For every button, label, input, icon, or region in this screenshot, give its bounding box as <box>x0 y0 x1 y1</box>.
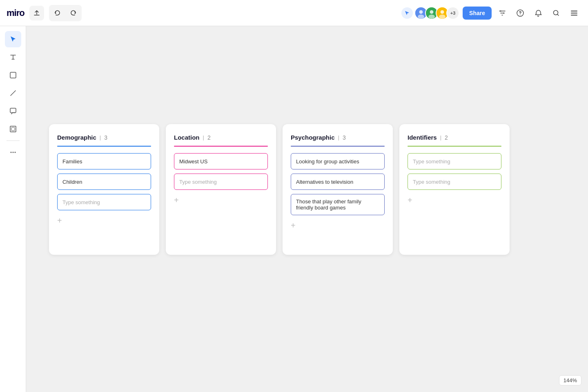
search-button[interactable] <box>549 6 564 20</box>
card-demographic-count: 3 <box>104 134 107 141</box>
cursor-indicator <box>401 7 413 19</box>
tool-sticky[interactable] <box>5 67 21 83</box>
card-item[interactable]: Children <box>57 174 151 190</box>
card-psychographic: Psychographic | 3 Looking for group acti… <box>283 124 393 255</box>
card-location-add[interactable]: + <box>174 194 179 207</box>
card-identifiers-add[interactable]: + <box>408 194 412 207</box>
card-psychographic-separator: | <box>338 134 339 140</box>
svg-point-12 <box>520 14 521 15</box>
card-psychographic-header: Psychographic | 3 <box>291 134 385 141</box>
card-psychographic-divider <box>291 146 385 147</box>
card-item-placeholder[interactable]: Type something <box>174 174 268 190</box>
undo-button[interactable] <box>50 6 65 20</box>
svg-rect-20 <box>11 127 15 131</box>
svg-point-7 <box>441 10 444 14</box>
svg-rect-19 <box>10 126 16 132</box>
topbar-left: miro <box>7 5 82 21</box>
svg-rect-15 <box>571 13 577 13</box>
tool-line[interactable] <box>5 85 21 101</box>
card-location-separator: | <box>203 134 204 140</box>
card-identifiers-separator: | <box>440 134 441 140</box>
card-demographic-divider <box>57 146 151 147</box>
card-item-placeholder[interactable]: Type something <box>408 153 501 169</box>
card-location-count: 2 <box>207 134 211 141</box>
notification-button[interactable] <box>531 6 546 20</box>
card-location-header: Location | 2 <box>174 134 268 141</box>
card-demographic-header: Demographic | 3 <box>57 134 151 141</box>
svg-rect-18 <box>10 108 16 113</box>
tool-more[interactable] <box>5 144 21 160</box>
miro-logo: miro <box>7 8 24 18</box>
card-identifiers-header: Identifiers | 2 <box>408 134 501 141</box>
card-demographic: Demographic | 3 Families Children Type s… <box>49 124 159 255</box>
card-identifiers-count: 2 <box>445 134 448 141</box>
topbar: miro <box>0 0 588 26</box>
card-identifiers-title: Identifiers <box>408 134 437 141</box>
card-location: Location | 2 Midwest US Type something + <box>166 124 276 255</box>
card-item[interactable]: Those that play other family friendly bo… <box>291 194 385 215</box>
canvas[interactable]: Demographic | 3 Families Children Type s… <box>26 26 588 392</box>
undo-redo-group <box>49 5 82 21</box>
svg-point-21 <box>10 152 11 153</box>
card-demographic-separator: | <box>100 134 101 140</box>
card-item[interactable]: Alternatives to television <box>291 174 385 190</box>
topbar-right: +3 Share <box>401 6 581 20</box>
card-location-divider <box>174 146 268 147</box>
card-item[interactable]: Midwest US <box>174 153 268 169</box>
sidebar-separator <box>7 140 20 141</box>
svg-point-1 <box>419 10 423 14</box>
avatar-group: +3 <box>401 7 459 20</box>
card-item[interactable]: Looking for group activities <box>291 153 385 169</box>
card-item-placeholder[interactable]: Type something <box>408 174 501 190</box>
svg-point-23 <box>14 152 16 153</box>
tool-frame[interactable] <box>5 121 21 137</box>
filter-button[interactable] <box>495 6 510 20</box>
card-psychographic-count: 3 <box>343 134 346 141</box>
card-psychographic-add[interactable]: + <box>291 219 296 232</box>
tool-comment[interactable] <box>5 103 21 119</box>
tool-text[interactable] <box>5 49 21 65</box>
share-button[interactable]: Share <box>463 7 492 20</box>
upload-button[interactable] <box>29 6 44 20</box>
cards-area: Demographic | 3 Families Children Type s… <box>49 124 510 255</box>
menu-button[interactable] <box>567 6 581 20</box>
card-identifiers: Identifiers | 2 Type something Type some… <box>399 124 510 255</box>
sidebar <box>0 26 26 392</box>
help-button[interactable] <box>513 6 528 20</box>
svg-point-22 <box>12 152 13 153</box>
svg-point-10 <box>503 12 505 13</box>
svg-point-4 <box>430 10 434 14</box>
svg-point-2 <box>418 14 424 19</box>
card-location-title: Location <box>174 134 200 141</box>
card-item[interactable]: Families <box>57 153 151 169</box>
zoom-indicator: 144% <box>559 375 581 385</box>
card-item-placeholder[interactable]: Type something <box>57 194 151 210</box>
svg-point-5 <box>428 14 435 19</box>
card-psychographic-title: Psychographic <box>291 134 335 141</box>
card-identifiers-divider <box>408 146 501 147</box>
avatar-plus: +3 <box>446 7 459 20</box>
tool-cursor[interactable] <box>5 31 21 47</box>
svg-rect-16 <box>571 15 577 16</box>
svg-point-8 <box>439 14 445 19</box>
card-demographic-add[interactable]: + <box>57 214 62 227</box>
svg-rect-17 <box>10 72 16 78</box>
card-demographic-title: Demographic <box>57 134 96 141</box>
svg-point-9 <box>500 10 501 11</box>
svg-rect-14 <box>571 11 577 11</box>
redo-button[interactable] <box>66 6 81 20</box>
